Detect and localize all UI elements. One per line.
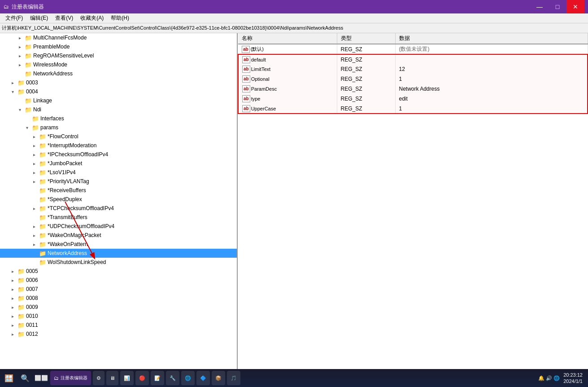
table-row[interactable]: ab (默认)REG_SZ(数值未设置): [238, 44, 588, 54]
tree-expander[interactable]: ▸: [16, 43, 23, 50]
tree-node[interactable]: ▸📁RegROAMSensitiveLevel: [0, 51, 237, 60]
registry-values[interactable]: 名称 类型 数据 ab (默认)REG_SZ(数值未设置)ab defaultR…: [238, 33, 588, 374]
table-row[interactable]: ab UpperCaseREG_SZ1: [238, 104, 588, 114]
search-button[interactable]: 🔍: [18, 371, 32, 385]
tree-expander[interactable]: ▸: [9, 286, 16, 293]
tree-node[interactable]: 📁Linkage: [0, 96, 237, 105]
tree-node[interactable]: ▸📁*LsoV1IPv4: [0, 168, 237, 177]
menu-item-文件(F)[interactable]: 文件(F): [2, 13, 26, 23]
taskbar-app-7[interactable]: 🔧: [166, 371, 179, 385]
tree-node[interactable]: ▸📁*UDPChecksumOffloadIPv4: [0, 222, 237, 231]
tree-node[interactable]: ▾📁Ndi: [0, 105, 237, 114]
table-row[interactable]: ab ParamDescREG_SZNetwork Address: [238, 84, 588, 94]
tree-node[interactable]: 📁Interfaces: [0, 114, 237, 123]
taskbar-app-8[interactable]: 🌐: [181, 371, 195, 385]
menu-item-编辑(E)[interactable]: 编辑(E): [26, 13, 52, 23]
tree-expander[interactable]: ▸: [30, 151, 38, 158]
tree-node[interactable]: 📁*ReceiveBuffers: [0, 186, 237, 195]
tree-expander[interactable]: ▸: [30, 205, 38, 212]
tree-node[interactable]: ▸📁MultiChannelFcsMode: [0, 33, 237, 42]
tree-expander[interactable]: [30, 196, 38, 203]
maximize-button[interactable]: □: [549, 0, 566, 13]
tree-expander[interactable]: ▸: [30, 178, 38, 185]
tree-node[interactable]: 📁*SpeedDuplex: [0, 195, 237, 204]
tree-expander[interactable]: ▾: [9, 88, 16, 95]
taskbar-app-10[interactable]: 📦: [212, 371, 225, 385]
tree-node[interactable]: ▸📁0012: [0, 330, 237, 339]
tree-node[interactable]: ▸📁0003: [0, 78, 237, 87]
tree-expander[interactable]: ▸: [9, 303, 16, 311]
tree-node[interactable]: 📁NetworkAddress: [0, 69, 237, 78]
tree-expander[interactable]: [16, 70, 23, 77]
tree-node[interactable]: ▸📁PreambleMode: [0, 42, 237, 51]
tree-expander[interactable]: ▸: [30, 232, 38, 239]
tree-expander[interactable]: [30, 259, 38, 266]
minimize-button[interactable]: —: [531, 0, 549, 13]
taskbar-app-5[interactable]: 🔴: [135, 371, 149, 385]
tree-node[interactable]: 📁WolShutdownLinkSpeed: [0, 258, 237, 267]
tree-expander[interactable]: ▸: [30, 241, 38, 248]
tree-node[interactable]: ▸📁*WakeOnMagicPacket: [0, 231, 237, 240]
tree-expander[interactable]: [30, 187, 38, 194]
taskbar-app-11[interactable]: 🎵: [227, 371, 240, 385]
tree-node[interactable]: ▸📁*FlowControl: [0, 132, 237, 141]
menu-item-收藏夹(A)[interactable]: 收藏夹(A): [77, 13, 107, 23]
tree-expander[interactable]: ▸: [16, 34, 23, 41]
tree-node[interactable]: ▸📁WirelessMode: [0, 60, 237, 69]
menu-item-查看(V)[interactable]: 查看(V): [52, 13, 77, 23]
tree-node[interactable]: ▾📁0004: [0, 87, 237, 96]
tree-node[interactable]: ▸📁0009: [0, 303, 237, 312]
table-row[interactable]: ab defaultREG_SZ: [238, 54, 588, 64]
tree-expander[interactable]: ▸: [9, 295, 16, 302]
reg-name-cell: ab type: [238, 94, 337, 104]
tree-node[interactable]: ▸📁*PriorityVLANTag: [0, 177, 237, 186]
tree-expander[interactable]: ▸: [16, 52, 23, 59]
taskbar-app-3[interactable]: 🖥: [106, 371, 118, 385]
tree-node[interactable]: ▸📁*InterruptModeration: [0, 141, 237, 150]
taskbar-app-4[interactable]: 📊: [120, 371, 134, 385]
tree-node[interactable]: ▸📁0008: [0, 294, 237, 303]
taskbar-app-9[interactable]: 🔷: [196, 371, 210, 385]
taskbar-app-2[interactable]: ⚙: [93, 371, 105, 385]
start-button[interactable]: 🪟: [2, 371, 16, 385]
tree-expander[interactable]: [16, 97, 23, 104]
tree-expander[interactable]: ▸: [9, 330, 16, 338]
tree-node[interactable]: ▾📁params: [0, 123, 237, 132]
tree-node[interactable]: ▸📁0011: [0, 321, 237, 330]
tree-node[interactable]: 📁*TransmitBuffers: [0, 213, 237, 222]
tree-expander[interactable]: [23, 115, 30, 122]
tree-expander[interactable]: ▸: [9, 277, 16, 284]
tree-expander[interactable]: ▸: [9, 79, 16, 86]
close-button[interactable]: ✕: [566, 0, 584, 13]
tree-node[interactable]: ▸📁0006: [0, 276, 237, 285]
tree-expander[interactable]: ▸: [30, 133, 38, 140]
tree-node[interactable]: ▸📁0010: [0, 312, 237, 321]
tree-expander[interactable]: ▸: [9, 312, 16, 320]
tree-expander[interactable]: ▾: [16, 106, 23, 113]
tree-expander[interactable]: ▸: [30, 223, 38, 230]
tree-expander[interactable]: ▸: [9, 268, 16, 275]
tree-expander[interactable]: ▸: [30, 142, 38, 149]
taskbar-app-1[interactable]: 🗂注册表编辑器: [50, 371, 91, 385]
tree-expander[interactable]: ▸: [9, 321, 16, 329]
menu-item-帮助(H)[interactable]: 帮助(H): [107, 13, 133, 23]
registry-tree[interactable]: ▸📁MultiChannelFcsMode▸📁PreambleMode▸📁Reg…: [0, 33, 238, 374]
tree-expander[interactable]: ▸: [30, 160, 38, 167]
tree-node[interactable]: ▸📁0007: [0, 285, 237, 294]
table-row[interactable]: ab LimitTextREG_SZ12: [238, 64, 588, 74]
tree-node[interactable]: ▸📁0005: [0, 267, 237, 276]
tree-node[interactable]: ▸📁*TCPChecksumOffloadIPv4: [0, 204, 237, 213]
tree-expander[interactable]: [30, 250, 38, 257]
tree-expander[interactable]: ▸: [16, 61, 23, 68]
table-row[interactable]: ab OptionalREG_SZ1: [238, 74, 588, 84]
taskbar-app-6[interactable]: 📝: [151, 371, 164, 385]
tree-node[interactable]: ▸📁*WakeOnPattern: [0, 240, 237, 249]
tree-expander[interactable]: [30, 214, 38, 221]
tree-node[interactable]: ▸📁*IPChecksumOffloadIPv4: [0, 150, 237, 159]
taskview-button[interactable]: ⬜⬜: [34, 371, 48, 385]
tree-node[interactable]: ▸📁*JumboPacket: [0, 159, 237, 168]
tree-expander[interactable]: ▸: [30, 169, 38, 176]
table-row[interactable]: ab typeREG_SZedit: [238, 94, 588, 104]
tree-expander[interactable]: ▾: [23, 124, 30, 131]
tree-node[interactable]: 📁NetworkAddress: [0, 249, 237, 258]
